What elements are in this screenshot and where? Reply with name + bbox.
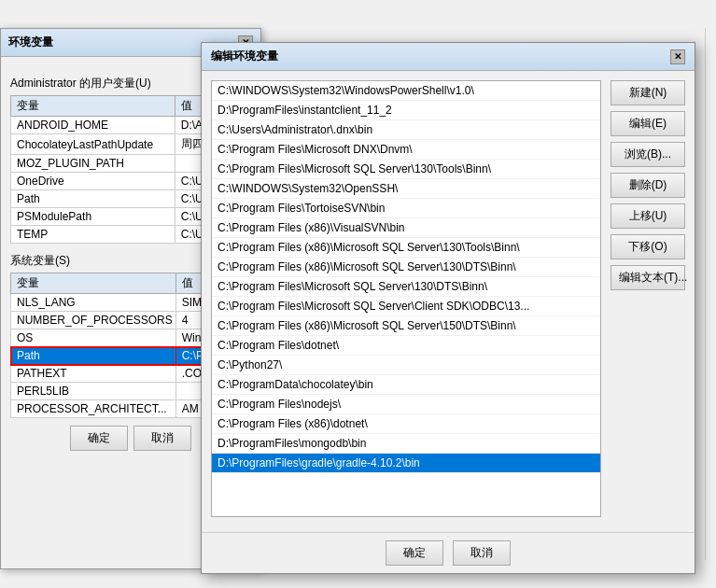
edit-env-var-close-button[interactable]: ✕ [670,49,685,64]
user-var-name: Path [11,190,175,208]
move-up-button[interactable]: 上移(U) [611,203,685,229]
user-var-name: MOZ_PLUGIN_PATH [11,155,175,173]
user-var-name: PSModulePath [11,208,175,226]
path-list-item[interactable]: C:\Program Files (x86)\Microsoft SQL Ser… [212,316,600,336]
path-list[interactable]: C:\WINDOWS\System32\WindowsPowerShell\v1… [212,81,600,516]
sys-vars-col-var: 变量 [11,273,176,294]
move-down-button[interactable]: 下移(O) [611,234,685,259]
user-var-name: OneDrive [11,173,175,190]
path-list-item[interactable]: C:\WINDOWS\System32\OpenSSH\ [212,179,600,199]
sys-var-name: OS [11,329,176,347]
right-edge-scrollbar[interactable] [705,28,716,560]
env-vars-cancel-button[interactable]: 取消 [133,426,191,451]
env-vars-title-text: 环境变量 [8,35,53,50]
edit-env-var-title-text: 编辑环境变量 [211,49,278,64]
path-list-item[interactable]: C:\Program Files\Microsoft SQL Server\13… [212,160,600,179]
path-list-item[interactable]: C:\Program Files (x86)\Microsoft SQL Ser… [212,238,600,258]
path-list-item[interactable]: C:\Program Files (x86)\dotnet\ [212,414,600,434]
path-list-item[interactable]: C:\ProgramData\chocolatey\bin [212,375,600,395]
path-list-item[interactable]: C:\WINDOWS\System32\WindowsPowerShell\v1… [212,81,600,101]
sys-var-name: PATHEXT [11,365,176,383]
path-list-item[interactable]: C:\Program Files\nodejs\ [212,395,600,414]
path-list-item[interactable]: D:\ProgramFiles\instantclient_11_2 [212,101,600,120]
sys-var-name: PERL5LIB [11,383,176,400]
env-vars-confirm-button[interactable]: 确定 [70,426,128,451]
edit-path-button[interactable]: 编辑(E) [611,111,685,136]
path-list-item[interactable]: D:\ProgramFiles\mongodb\bin [212,434,600,454]
user-vars-col-var: 变量 [11,96,175,117]
sys-var-name: Path [11,347,176,365]
edit-env-var-footer: 确定 取消 [202,532,695,573]
dialog-cancel-button[interactable]: 取消 [453,540,511,566]
edit-env-var-title-bar: 编辑环境变量 ✕ [202,43,695,71]
browse-path-button[interactable]: 浏览(B)... [611,142,685,167]
user-var-name: TEMP [11,226,175,244]
path-list-item[interactable]: C:\Python27\ [212,356,600,375]
path-list-item[interactable]: C:\Program Files\TortoiseSVN\bin [212,199,600,218]
path-list-item[interactable]: C:\Program Files\dotnet\ [212,336,600,356]
new-path-button[interactable]: 新建(N) [611,80,685,105]
dialog-action-buttons: 新建(N) 编辑(E) 浏览(B)... 删除(D) 上移(U) 下移(O) 编… [611,80,685,517]
user-var-name: ChocolateyLastPathUpdate [11,134,175,155]
path-list-item[interactable]: C:\Program Files\Microsoft SQL Server\13… [212,277,600,297]
sys-var-name: PROCESSOR_ARCHITECT... [11,400,176,418]
edit-env-var-body: C:\WINDOWS\System32\WindowsPowerShell\v1… [202,71,695,526]
edit-env-var-dialog: 编辑环境变量 ✕ C:\WINDOWS\System32\WindowsPowe… [201,42,695,574]
sys-var-name: NLS_LANG [11,294,176,312]
path-list-item[interactable]: D:\ProgramFiles\gradle\gradle-4.10.2\bin [212,454,600,473]
path-list-item[interactable]: C:\Program Files\Microsoft DNX\Dnvm\ [212,140,600,160]
delete-path-button[interactable]: 删除(D) [611,173,685,198]
path-list-item[interactable]: C:\Program Files (x86)\VisualSVN\bin [212,218,600,238]
user-var-name: ANDROID_HOME [11,117,175,134]
sys-var-name: NUMBER_OF_PROCESSORS [11,312,176,329]
dialog-confirm-button[interactable]: 确定 [386,540,443,566]
path-list-container: C:\WINDOWS\System32\WindowsPowerShell\v1… [211,80,601,517]
path-list-item[interactable]: C:\Users\Administrator\.dnx\bin [212,120,600,140]
path-list-item[interactable]: C:\Program Files (x86)\Microsoft SQL Ser… [212,258,600,277]
edit-text-button[interactable]: 编辑文本(T)... [611,265,685,290]
path-list-item[interactable]: C:\Program Files\Microsoft SQL Server\Cl… [212,297,600,316]
